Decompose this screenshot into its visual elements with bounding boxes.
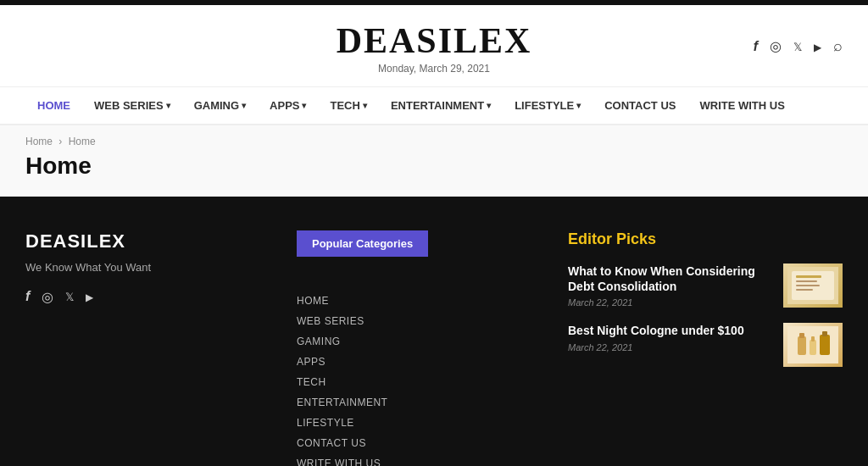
editor-pick-item-2: Best Night Cologne under $100 March 22, … [568,323,843,367]
svg-rect-11 [820,335,830,355]
editor-pick-date-2: March 22, 2021 [568,342,773,352]
footer-cat-home[interactable]: HOME [297,291,534,311]
nav-item-apps[interactable]: APPS ▾ [258,87,318,124]
nav-item-lifestyle[interactable]: LIFESTYLE ▾ [503,87,593,124]
header-center: DEASILEX Monday, March 29, 2021 [337,20,532,75]
main-nav: HOME WEB SERIES ▾ GAMING ▾ APPS ▾ TECH ▾… [0,87,868,125]
instagram-icon[interactable] [770,38,782,54]
footer-instagram-icon[interactable] [42,289,53,305]
debt-img [783,264,843,308]
editor-pick-img-1 [783,264,843,308]
footer-brand-title: DEASILEX [25,230,263,252]
breadcrumb: Home › Home [25,136,843,147]
chevron-down-icon: ▾ [302,101,306,110]
breadcrumb-home-link[interactable]: Home [25,136,53,147]
footer-brand-col: DEASILEX We Know What You Want [25,230,297,466]
svg-rect-8 [799,333,804,338]
svg-rect-10 [811,336,815,341]
nav-item-entertainment[interactable]: ENTERTAINMENT ▾ [379,87,503,124]
editor-pick-item-1: What to Know When Considering Debt Conso… [568,264,843,308]
breadcrumb-current-link[interactable]: Home [69,136,96,147]
footer-tagline: We Know What You Want [25,261,263,274]
chevron-down-icon: ▾ [576,101,581,110]
site-date: Monday, March 29, 2021 [337,63,532,75]
svg-rect-9 [810,340,816,355]
breadcrumb-separator: › [58,136,64,147]
footer-cat-lifestyle[interactable]: LIFESTYLE [297,413,534,433]
footer-category-list: HOME WEB SERIES GAMING APPS TECH ENTERTA… [297,291,534,466]
footer-categories-col: Popular Categories HOME WEB SERIES GAMIN… [297,230,568,466]
nav-item-write-with-us[interactable]: WRITE WITH US [687,87,796,124]
nav-item-gaming[interactable]: GAMING ▾ [182,87,258,124]
popular-categories-button[interactable]: Popular Categories [297,230,428,257]
svg-rect-7 [798,336,806,355]
chevron-down-icon: ▾ [242,101,246,110]
site-title: DEASILEX [337,20,532,61]
editor-pick-img-2 [783,323,843,367]
svg-rect-5 [796,289,813,291]
footer-cat-contact-us[interactable]: CONTACT US [297,433,534,453]
youtube-icon[interactable] [814,38,821,53]
footer-social-icons [25,289,263,305]
header-icons [754,37,843,55]
site-header: DEASILEX Monday, March 29, 2021 [0,5,868,87]
svg-rect-12 [822,331,827,336]
footer-cat-entertainment[interactable]: ENTERTAINMENT [297,392,534,413]
footer-twitter-icon[interactable] [65,289,74,305]
page-title: Home [25,153,843,180]
footer-youtube-icon[interactable] [86,289,93,305]
svg-rect-4 [796,285,820,286]
cologne-img [783,323,843,367]
footer-cat-apps[interactable]: APPS [297,352,534,372]
footer-cat-web-series[interactable]: WEB SERIES [297,311,534,331]
footer-cat-gaming[interactable]: GAMING [297,331,534,352]
chevron-down-icon: ▾ [166,101,170,110]
editor-picks-title: Editor Picks [568,230,843,248]
nav-item-contact-us[interactable]: CONTACT US [593,87,687,124]
site-footer: DEASILEX We Know What You Want Popular C… [0,197,868,466]
nav-item-home[interactable]: HOME [25,87,82,124]
nav-item-web-series[interactable]: WEB SERIES ▾ [82,87,182,124]
editor-pick-title-2[interactable]: Best Night Cologne under $100 [568,323,773,338]
facebook-icon[interactable] [754,38,758,53]
twitter-icon[interactable] [793,38,802,53]
breadcrumb-area: Home › Home Home [0,125,868,197]
nav-item-tech[interactable]: TECH ▾ [318,87,378,124]
footer-cat-tech[interactable]: TECH [297,372,534,392]
editor-pick-text-2: Best Night Cologne under $100 March 22, … [568,323,773,352]
svg-rect-3 [796,280,817,282]
chevron-down-icon: ▾ [363,101,367,110]
footer-editor-picks-col: Editor Picks What to Know When Consideri… [568,230,843,466]
footer-facebook-icon[interactable] [25,289,30,305]
svg-rect-2 [796,275,821,278]
footer-cat-write-with-us[interactable]: WRITE WITH US [297,453,534,466]
editor-pick-date-1: March 22, 2021 [568,297,773,308]
chevron-down-icon: ▾ [487,101,491,110]
editor-pick-text-1: What to Know When Considering Debt Conso… [568,264,773,308]
search-icon[interactable] [833,37,843,55]
editor-pick-title-1[interactable]: What to Know When Considering Debt Conso… [568,264,773,294]
